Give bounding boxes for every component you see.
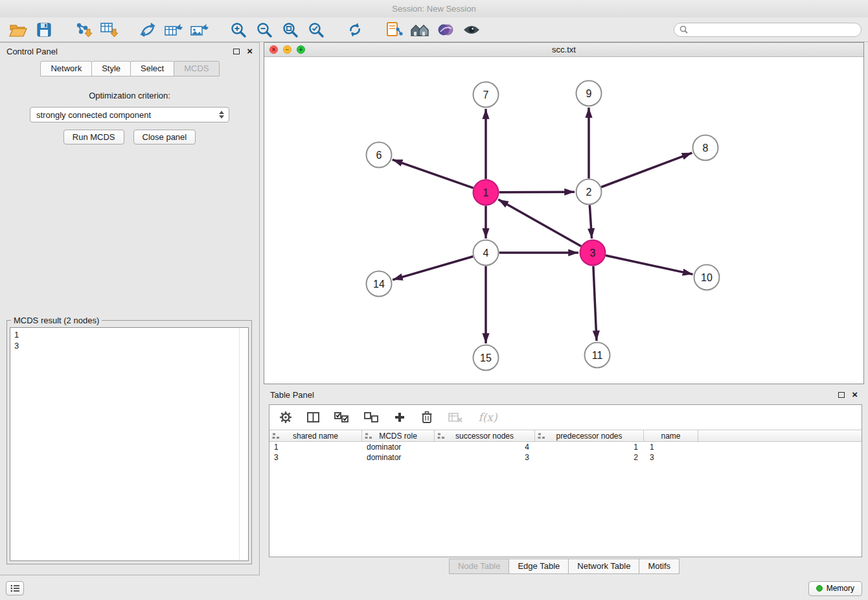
graph-node-label-9: 9 [586,88,592,99]
network-window-titlebar: × − + scc.txt [264,43,863,57]
tab-style[interactable]: Style [91,61,131,76]
graph-edge-3-10[interactable] [606,255,692,274]
table-toolbar: f(x) [269,405,862,430]
open-session-button[interactable] [6,19,30,40]
delete-table-button[interactable] [447,407,464,428]
cell-name: 1 [644,443,698,452]
tab-edge-table[interactable]: Edge Table [508,559,569,574]
titlebar: Session: New Session [0,0,868,17]
graph-node-label-11: 11 [592,350,603,361]
minimize-window-icon[interactable]: − [283,45,291,54]
column-header-predecessor-nodes[interactable]: predecessor nodes [535,430,644,441]
mcds-result-list[interactable]: 1 3 [10,327,249,561]
node-table-container: f(x) shared name MCDS role successor nod… [269,404,862,557]
zoom-selected-icon [308,21,325,38]
graph-edge-1-6[interactable] [393,159,474,188]
zoom-out-button[interactable] [253,19,276,40]
column-header-name[interactable]: name [644,430,698,441]
tab-motifs[interactable]: Motifs [639,559,680,574]
zoom-in-button[interactable] [227,19,250,40]
cell-successor-nodes: 4 [435,443,535,452]
graph-edge-3-11[interactable] [593,266,597,341]
houses-icon [409,22,430,38]
list-icon [10,584,20,592]
home-views-button[interactable] [408,19,431,40]
export-table-icon [164,21,183,38]
graph-edge-4-14[interactable] [393,257,473,280]
select-all-button[interactable] [333,407,350,428]
close-panel-icon[interactable]: × [247,48,253,54]
memory-button[interactable]: Memory [808,581,862,596]
search-box[interactable] [674,23,862,37]
criterion-dropdown[interactable]: strongly connected component [30,107,229,122]
import-network-button[interactable] [71,19,95,40]
graph-node-label-6: 6 [376,150,382,161]
close-window-icon[interactable]: × [269,45,278,54]
float-panel-icon[interactable] [233,49,240,54]
import-network-icon [74,21,92,38]
run-mcds-button[interactable]: Run MCDS [63,130,124,144]
memory-status-icon [816,585,823,592]
control-panel: Control Panel × Network Style Select MCD… [0,42,260,575]
cell-mcds-role: dominator [362,453,435,462]
graph-node-label-15: 15 [480,352,492,363]
graph-edge-2-8[interactable] [601,153,692,187]
table-row[interactable]: 1 dominator 4 1 1 [269,442,862,452]
column-header-successor-nodes[interactable]: successor nodes [435,430,535,441]
zoom-window-icon[interactable]: + [297,45,305,54]
table-panel: Table Panel × [264,386,864,575]
control-panel-tabs: Network Style Select MCDS [0,61,259,76]
column-header-filler [698,430,862,441]
column-header-shared-name[interactable]: shared name [269,430,362,441]
tab-network-table[interactable]: Network Table [568,559,639,574]
graph-edge-2-3[interactable] [589,205,591,238]
show-details-button[interactable] [460,19,483,40]
cell-name: 3 [644,453,698,462]
column-tree-icon [437,433,445,439]
zoom-fit-button[interactable] [279,19,302,40]
save-session-button[interactable] [32,19,56,40]
save-floppy-icon [36,22,52,38]
refresh-icon [347,21,363,38]
export-image-button[interactable] [188,19,211,40]
mcds-result-group: MCDS result (2 nodes) 1 3 [6,320,252,564]
window-title: Session: New Session [392,4,475,14]
show-panels-button[interactable] [6,581,24,595]
split-columns-icon [307,412,319,422]
dropdown-stepper-icon [217,111,229,119]
first-neighbors-button[interactable] [382,19,405,40]
delete-row-button[interactable] [420,407,434,428]
column-header-mcds-role[interactable]: MCDS role [362,430,435,441]
tab-select[interactable]: Select [130,61,174,76]
table-settings-button[interactable] [279,407,293,428]
result-scrollbar-track [239,328,240,560]
import-table-button[interactable] [97,19,120,40]
zoom-selected-button[interactable] [304,19,328,40]
new-network-button[interactable] [136,19,159,40]
network-canvas[interactable]: 7968124314101511 [264,57,863,384]
eye-icon [463,24,481,36]
column-label: MCDS role [379,432,417,441]
graph-edge-1-2[interactable] [499,192,575,192]
search-icon [680,25,688,34]
split-columns-button[interactable] [306,407,320,428]
float-table-panel-icon[interactable] [838,392,845,398]
tab-node-table[interactable]: Node Table [449,559,510,574]
apply-layout-button[interactable] [343,19,367,40]
graph-edge-3-1[interactable] [498,200,581,246]
tab-mcds[interactable]: MCDS [174,61,219,76]
close-panel-button[interactable]: Close panel [133,130,196,144]
table-row[interactable]: 3 dominator 3 2 3 [269,452,862,463]
column-label: successor nodes [455,432,514,441]
tab-network[interactable]: Network [40,61,92,76]
add-row-button[interactable] [393,407,407,428]
style-venn-icon [437,23,455,37]
unselect-all-button[interactable] [363,407,380,428]
mcds-result-title: MCDS result (2 nodes) [11,316,102,325]
memory-label: Memory [827,584,854,593]
export-table-button[interactable] [162,19,185,40]
close-table-panel-icon[interactable]: × [852,391,858,398]
apply-style-button[interactable] [434,19,457,40]
search-input[interactable] [691,25,856,34]
function-builder-button[interactable]: f(x) [477,407,499,428]
